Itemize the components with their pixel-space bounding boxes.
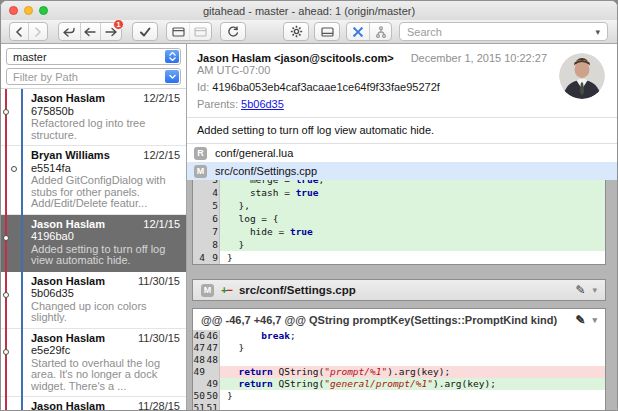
diff-general-lua: 3 merge = true,4 stash = true5 },6 log =… bbox=[192, 180, 606, 265]
sidebar: master Filter by Path Jason Hasl bbox=[1, 44, 187, 410]
file-list-item[interactable]: R conf/general.lua bbox=[187, 144, 617, 162]
window-title: gitahead - master - ahead: 1 (origin/mas… bbox=[203, 5, 415, 17]
hunk-lines: 4646 break;4747 }4848 49 return QString(… bbox=[193, 330, 605, 410]
file-item-path: src/conf/Settings.cpp bbox=[215, 165, 317, 177]
commit-list-item[interactable]: Bryan Williams12/2/15 e5514fa Added GitC… bbox=[1, 146, 186, 215]
commit-item-author: Jason Haslam bbox=[31, 401, 138, 410]
commit-button[interactable] bbox=[132, 22, 158, 41]
commit-list: Jason Haslam12/2/15 675850b Refactored l… bbox=[1, 89, 186, 410]
stash-box-icon bbox=[172, 27, 185, 37]
commit-item-author: Jason Haslam bbox=[31, 333, 138, 345]
stash-button[interactable] bbox=[167, 23, 189, 40]
titlebar: gitahead - master - ahead: 1 (origin/mas… bbox=[1, 1, 617, 20]
search-input[interactable] bbox=[407, 26, 591, 38]
commit-list-item[interactable]: Jason Haslam12/1/15 4196ba0 Added settin… bbox=[1, 215, 186, 272]
commit-list-item[interactable]: Jason Haslam12/2/15 675850b Refactored l… bbox=[1, 89, 186, 146]
hunk-header-text: @@ -46,7 +46,7 @@ QString promptKey(Sett… bbox=[201, 314, 575, 326]
chevron-left-icon bbox=[15, 27, 23, 37]
diff-line: 5151 bbox=[193, 402, 605, 410]
pull-arrow-icon bbox=[84, 27, 96, 37]
refresh-button[interactable] bbox=[220, 22, 246, 41]
push-button[interactable]: 1 bbox=[100, 23, 121, 40]
view-mode-toggle bbox=[346, 22, 392, 41]
path-filter[interactable]: Filter by Path bbox=[6, 68, 181, 85]
commit-item-message: Added setting to turn off log view autom… bbox=[31, 244, 180, 267]
gear-icon bbox=[290, 25, 303, 38]
path-filter-dropdown[interactable] bbox=[165, 70, 179, 83]
commit-graph-node bbox=[11, 166, 17, 172]
history-nav bbox=[9, 22, 48, 41]
forward-button[interactable] bbox=[28, 23, 47, 40]
commit-item-date: 11/30/15 bbox=[138, 333, 180, 345]
close-button[interactable] bbox=[9, 6, 18, 15]
refresh-icon bbox=[227, 26, 239, 38]
file-status-badge: R bbox=[194, 147, 207, 160]
edit-file-icon[interactable]: ✎ bbox=[575, 283, 585, 297]
commit-list-item[interactable]: Jason Haslam11/30/15 e5e29fc Started to … bbox=[1, 329, 186, 398]
fetch-button[interactable] bbox=[59, 23, 80, 40]
commit-detail-header: Jason Haslam <jason@scitools.com> Decemb… bbox=[187, 44, 617, 117]
tree-view-button[interactable] bbox=[369, 23, 391, 40]
branch-selector[interactable]: master bbox=[6, 48, 181, 65]
file-item-path: conf/general.lua bbox=[215, 147, 293, 159]
diff-line: 49 return QString("general/prompt/%1").a… bbox=[193, 378, 605, 390]
diff-line: 4848 bbox=[193, 354, 605, 366]
minimize-button[interactable] bbox=[24, 6, 33, 15]
diff-view-button[interactable] bbox=[347, 23, 369, 40]
commit-item-author: Jason Haslam bbox=[31, 276, 138, 288]
terminal-panel-icon bbox=[321, 27, 334, 37]
pop-stash-button[interactable] bbox=[189, 23, 211, 40]
diff-line: 49 return QString("prompt/%1").arg(key); bbox=[193, 366, 605, 378]
branch-name: master bbox=[13, 51, 47, 63]
branch-stepper[interactable] bbox=[165, 50, 179, 63]
fullscreen-button[interactable] bbox=[39, 6, 48, 15]
tree-branch-icon bbox=[375, 26, 387, 38]
commit-graph-node bbox=[3, 349, 9, 355]
search-box[interactable]: ▾ bbox=[399, 22, 608, 41]
collapse-file-icon[interactable]: ▾ bbox=[592, 285, 597, 295]
commit-author: Jason Haslam <jason@scitools.com> bbox=[197, 52, 394, 64]
traffic-lights bbox=[9, 6, 48, 15]
commit-item-sha: 4196ba0 bbox=[31, 231, 180, 243]
file-list-item[interactable]: M src/conf/Settings.cpp bbox=[187, 162, 617, 180]
file-list: R conf/general.lua M src/conf/Settings.c… bbox=[187, 143, 617, 180]
diff-line: 4 stash = true bbox=[193, 186, 605, 199]
commit-graph-node bbox=[3, 109, 9, 115]
modified-status-badge: M bbox=[201, 284, 214, 297]
avatar bbox=[559, 53, 605, 99]
commit-list-item[interactable]: Jason Haslam11/28/15 e638994 Factored pr… bbox=[1, 397, 186, 410]
commit-item-sha: e5514fa bbox=[31, 163, 180, 175]
file-header-settings-cpp[interactable]: M +− src/conf/Settings.cpp ✎ ▾ bbox=[192, 279, 606, 301]
toolbar: 1 bbox=[1, 20, 617, 44]
diff-line: 6 log = { bbox=[193, 212, 605, 225]
commit-list-item[interactable]: Jason Haslam11/30/15 5b06d35 Changed up … bbox=[1, 272, 186, 329]
settings-button[interactable] bbox=[283, 22, 309, 41]
path-filter-placeholder: Filter by Path bbox=[13, 71, 78, 83]
commit-item-sha: e5e29fc bbox=[31, 345, 180, 357]
edit-hunk-icon[interactable]: ✎ bbox=[575, 313, 585, 327]
file-path: src/conf/Settings.cpp bbox=[239, 284, 356, 296]
commit-id: 4196ba053eb4caf3acaae1ce64f9f33fae95272f bbox=[212, 81, 440, 93]
branch-line-red bbox=[5, 89, 7, 410]
commit-item-author: Bryan Williams bbox=[31, 150, 143, 162]
parent-commit-link[interactable]: 5b06d35 bbox=[241, 98, 284, 110]
search-dropdown-icon[interactable]: ▾ bbox=[595, 27, 600, 37]
checkmark-icon bbox=[139, 27, 151, 37]
commit-item-message: Started to overhaul the log area. It's n… bbox=[31, 358, 180, 393]
terminal-button[interactable] bbox=[314, 22, 340, 41]
branch-line-blue bbox=[21, 89, 23, 410]
commit-item-sha: 675850b bbox=[31, 106, 180, 118]
pull-button[interactable] bbox=[80, 23, 101, 40]
chevron-right-icon bbox=[34, 27, 42, 37]
commit-item-sha: 5b06d35 bbox=[31, 288, 180, 300]
commit-item-date: 12/2/15 bbox=[143, 150, 180, 162]
plus-minus-indicator: +− bbox=[221, 284, 232, 296]
collapse-hunk-icon[interactable]: ▾ bbox=[592, 315, 597, 325]
sidebar-controls: master Filter by Path bbox=[1, 44, 186, 89]
diff-area: 3 merge = true,4 stash = true5 },6 log =… bbox=[187, 180, 617, 410]
back-button[interactable] bbox=[10, 23, 28, 40]
ahead-count-badge: 1 bbox=[113, 19, 124, 30]
commit-graph-node bbox=[3, 292, 9, 298]
diff-line: 8 } bbox=[193, 238, 605, 251]
parents-label: Parents: bbox=[197, 98, 238, 110]
